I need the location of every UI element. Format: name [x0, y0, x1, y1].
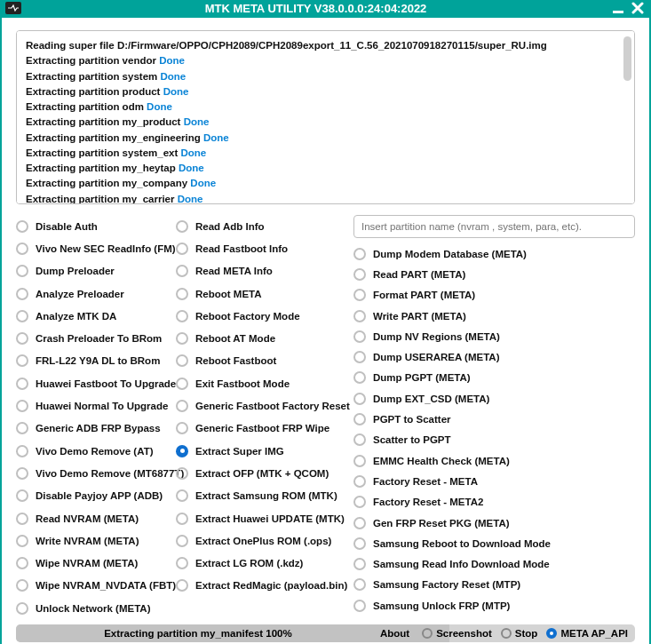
col1-option[interactable]: Wipe NVRAM (META): [16, 552, 169, 574]
radio-icon: [176, 332, 188, 345]
option-label: Analyze Preloader: [36, 289, 124, 299]
col2-option[interactable]: Extract Samsung ROM (MTK): [176, 485, 346, 507]
radio-icon: [422, 628, 433, 639]
close-button[interactable]: [630, 0, 646, 16]
col1-option[interactable]: Crash Preloader To BRom: [16, 327, 169, 349]
col1-option[interactable]: Vivo New SEC ReadInfo (FM): [16, 237, 169, 259]
col1-option[interactable]: Huawei Fastboot To Upgrade: [16, 372, 169, 394]
option-label: Dump Modem Database (META): [373, 249, 527, 259]
col2-option[interactable]: Reboot Factory Mode: [176, 305, 346, 327]
col2-option[interactable]: Reboot AT Mode: [176, 327, 346, 349]
radio-icon: [176, 220, 188, 233]
option-label: Extract Samsung ROM (MTK): [195, 490, 337, 501]
col1-option[interactable]: Vivo Demo Remove (MT6877T): [16, 462, 169, 484]
col2-option[interactable]: Extract Super IMG: [176, 440, 346, 462]
option-label: Vivo Demo Remove (AT): [36, 446, 154, 457]
radio-icon: [353, 517, 366, 529]
col3-option[interactable]: Dump PGPT (META): [353, 368, 635, 388]
radio-icon: [176, 242, 188, 255]
option-label: Wipe NVRAM (META): [36, 558, 138, 568]
col2-option[interactable]: Read META Info: [176, 260, 346, 282]
col1-option[interactable]: FRL-L22 Y9A DL to BRom: [16, 350, 169, 372]
col3-option[interactable]: Samsung Unlock FRP (MTP): [353, 595, 635, 616]
col2-option[interactable]: Generic Fastboot Factory Reset: [176, 394, 346, 417]
radio-icon: [176, 467, 188, 480]
col1-option[interactable]: Generic ADB FRP Bypass: [16, 417, 169, 440]
radio-icon: [353, 496, 366, 508]
col1-option[interactable]: Vivo Demo Remove (AT): [16, 440, 169, 462]
option-label: Reboot AT Mode: [195, 333, 275, 344]
status-option[interactable]: META AP_API: [546, 628, 628, 639]
col2-option[interactable]: Extract RedMagic (payload.bin): [176, 575, 346, 597]
col2-option[interactable]: Generic Fastboot FRP Wipe: [176, 417, 346, 440]
col1-option[interactable]: Huawei Normal To Upgrade: [16, 394, 169, 417]
status-option[interactable]: Stop: [501, 628, 538, 639]
radio-icon: [16, 513, 28, 525]
status-option[interactable]: Screenshot: [422, 628, 492, 639]
col1-option[interactable]: Unlock Network (META): [16, 597, 169, 619]
log-line: Extracting partition system Done: [26, 69, 625, 84]
col2-option[interactable]: Reboot META: [176, 282, 346, 305]
col3-option[interactable]: PGPT to Scatter: [353, 409, 635, 429]
log-line: Extracting partition my_product Done: [26, 115, 625, 130]
radio-icon: [16, 467, 28, 480]
radio-icon: [353, 475, 366, 488]
options-column-1: Disable AuthVivo New SEC ReadInfo (FM)Du…: [16, 215, 169, 619]
col1-option[interactable]: Disable Payjoy APP (ADB): [16, 485, 169, 507]
log-line: Extracting partition my_company Done: [26, 176, 625, 191]
option-label: Crash Preloader To BRom: [36, 333, 162, 344]
option-label: Read Adb Info: [195, 221, 265, 232]
option-label: Dump USERAREA (META): [373, 352, 499, 362]
log-line: Extracting partition my_heytap Done: [26, 161, 625, 176]
col3-option[interactable]: Samsung Factory Reset (MTP): [353, 575, 635, 595]
col1-option[interactable]: Wipe NVRAM_NVDATA (FBT): [16, 575, 169, 597]
col1-option[interactable]: Disable Auth: [16, 215, 169, 237]
col3-option[interactable]: Dump EXT_CSD (META): [353, 388, 635, 409]
option-label: PGPT to Scatter: [373, 414, 451, 425]
col2-option[interactable]: Extract Huawei UPDATE (MTK): [176, 507, 346, 529]
partition-name-input[interactable]: [353, 215, 635, 238]
col2-option[interactable]: Exit Fastboot Mode: [176, 372, 346, 394]
col1-option[interactable]: Analyze Preloader: [16, 282, 169, 305]
option-label: Samsung Read Info Download Mode: [373, 559, 550, 569]
col1-option[interactable]: Dump Preloader: [16, 260, 169, 282]
col3-option[interactable]: Samsung Reboot to Download Mode: [353, 533, 635, 553]
app-logo-icon: [5, 2, 21, 14]
radio-icon: [353, 558, 366, 570]
option-label: Vivo New SEC ReadInfo (FM): [36, 243, 176, 254]
minimize-button[interactable]: [610, 0, 626, 16]
col3-option[interactable]: Format PART (META): [353, 285, 635, 306]
radio-icon: [353, 330, 366, 343]
col3-option[interactable]: Samsung Read Info Download Mode: [353, 553, 635, 574]
col2-option[interactable]: Read Fastboot Info: [176, 237, 346, 259]
col3-option[interactable]: Factory Reset - META2: [353, 492, 635, 513]
col2-option[interactable]: Extract OFP (MTK + QCOM): [176, 462, 346, 484]
col2-option[interactable]: Extract LG ROM (.kdz): [176, 552, 346, 574]
col3-option[interactable]: Gen FRP Reset PKG (META): [353, 513, 635, 533]
col3-option[interactable]: Dump USERAREA (META): [353, 346, 635, 367]
col2-option[interactable]: Read Adb Info: [176, 215, 346, 237]
col1-option[interactable]: Analyze MTK DA: [16, 305, 169, 327]
about-link[interactable]: About: [380, 628, 409, 639]
radio-icon: [16, 288, 28, 300]
col3-option[interactable]: Write PART (META): [353, 306, 635, 326]
col3-option[interactable]: Dump Modem Database (META): [353, 243, 635, 264]
radio-icon: [353, 578, 366, 591]
col1-option[interactable]: Write NVRAM (META): [16, 529, 169, 552]
client-area: Reading super file D:/Firmware/OPPO/CPH2…: [2, 18, 649, 644]
radio-icon: [176, 310, 188, 322]
col3-option[interactable]: Read PART (META): [353, 264, 635, 284]
col3-option[interactable]: Dump NV Regions (META): [353, 326, 635, 346]
option-label: Extract Huawei UPDATE (MTK): [195, 513, 345, 524]
col2-option[interactable]: Extract OnePlus ROM (.ops): [176, 529, 346, 552]
col3-option[interactable]: Factory Reset - META: [353, 471, 635, 491]
status-bar: Extracting partition my_manifest 100% Ab…: [16, 624, 635, 642]
log-output[interactable]: Reading super file D:/Firmware/OPPO/CPH2…: [16, 30, 635, 204]
col3-option[interactable]: Scatter to PGPT: [353, 430, 635, 450]
col2-option[interactable]: Reboot Fastboot: [176, 350, 346, 372]
col1-option[interactable]: Read NVRAM (META): [16, 507, 169, 529]
col3-option[interactable]: EMMC Health Check (META): [353, 450, 635, 471]
scrollbar-thumb[interactable]: [623, 36, 631, 81]
option-label: Reboot META: [195, 289, 262, 299]
radio-icon: [353, 393, 366, 405]
